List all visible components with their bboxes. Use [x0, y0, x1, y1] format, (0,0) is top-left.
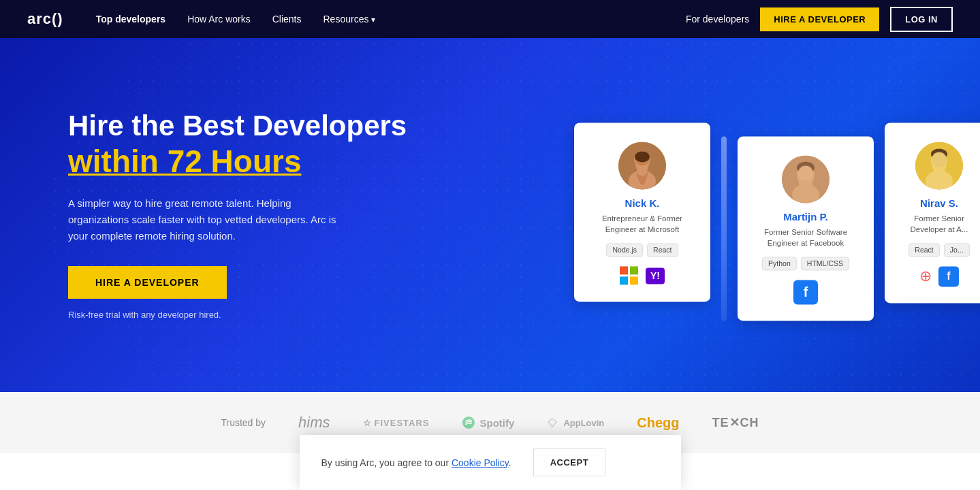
chevron-down-icon — [371, 14, 375, 24]
facebook-icon: f — [793, 280, 818, 305]
svg-point-4 — [635, 151, 650, 162]
dev-name-nick: Nick K. — [625, 197, 660, 209]
brand-hims: hims — [298, 414, 330, 431]
dev-tag: React — [908, 244, 939, 257]
hire-developer-button-nav[interactable]: HIRE A DEVELOPER — [760, 7, 879, 31]
dev-title-martijn: Former Senior Software Engineer at Faceb… — [754, 227, 857, 248]
brand-chegg: Chegg — [637, 415, 679, 431]
nav-right: For developers HIRE A DEVELOPER LOG IN — [686, 7, 953, 32]
developer-card-nick: Nick K. Entrepreneur & Former Engineer a… — [574, 122, 710, 301]
hire-developer-button-hero[interactable]: HIRE A DEVELOPER — [68, 266, 227, 299]
svg-point-9 — [798, 165, 813, 180]
dev-tags-nick: Node.js React — [606, 244, 678, 257]
nav-links: Top developers How Arc works Clients Res… — [96, 14, 686, 24]
airbnb-icon: ⊕ — [919, 268, 932, 286]
brand-spotify: Spotify — [462, 416, 515, 429]
hero-title-line2: within 72 Hours — [68, 144, 407, 179]
facebook-icon-sm: f — [938, 267, 959, 287]
avatar-nirav — [915, 142, 963, 189]
brand-fivestars: ☆ FIVESTARS — [363, 418, 430, 428]
yahoo-icon: Y! — [646, 268, 665, 284]
dev-tags-nirav: React Jo... — [908, 244, 969, 257]
developer-card-martijn: Martijn P. Former Senior Software Engine… — [738, 136, 874, 321]
accept-button[interactable]: ACCEPT — [533, 448, 605, 453]
star-icon: ☆ — [363, 418, 372, 428]
developer-cards: Nick K. Entrepreneur & Former Engineer a… — [574, 109, 980, 321]
hero-description: A simpler way to hire great remote talen… — [68, 195, 354, 244]
dev-name-martijn: Martijn P. — [783, 211, 828, 223]
navbar: arc() Top developers How Arc works Clien… — [0, 0, 980, 38]
dev-tag: HTML/CSS — [801, 257, 849, 271]
login-button[interactable]: LOG IN — [890, 7, 953, 32]
dev-tag: Python — [762, 257, 797, 271]
dev-tags-martijn: Python HTML/CSS — [762, 257, 849, 271]
logo[interactable]: arc() — [27, 10, 63, 28]
hero-section: Hire the Best Developers within 72 Hours… — [0, 38, 980, 392]
nav-link-how-arc-works[interactable]: How Arc works — [187, 14, 251, 24]
hero-content: Hire the Best Developers within 72 Hours… — [68, 110, 407, 320]
card-divider — [721, 136, 727, 321]
dev-companies-nick: Y! — [620, 267, 665, 286]
hero-risk-text: Risk-free trial with any developer hired… — [68, 310, 407, 320]
dev-title-nick: Entrepreneur & Former Engineer at Micros… — [590, 213, 694, 235]
dev-tag: React — [647, 244, 678, 257]
brand-teach: TE✕CH — [712, 415, 759, 430]
avatar-nick — [618, 142, 666, 189]
svg-point-14 — [932, 152, 947, 167]
microsoft-icon — [620, 267, 639, 286]
dev-companies-nirav: ⊕ f — [919, 267, 959, 287]
cookie-banner: By using Arc, you agree to our Cookie Po… — [300, 435, 681, 453]
brand-applovin: AppLovin — [547, 417, 604, 428]
nav-link-resources[interactable]: Resources — [323, 14, 376, 24]
dev-name-nirav: Nirav S. — [920, 197, 958, 209]
developer-card-nirav: Nirav S. Former Senior Developer at A...… — [885, 122, 980, 303]
hero-title-line1: Hire the Best Developers — [68, 110, 407, 142]
nav-for-developers[interactable]: For developers — [686, 14, 749, 24]
dev-title-nirav: Former Senior Developer at A... — [901, 213, 977, 235]
svg-point-15 — [462, 416, 475, 429]
trusted-label: Trusted by — [221, 417, 266, 428]
nav-link-top-developers[interactable]: Top developers — [96, 14, 165, 24]
nav-link-clients[interactable]: Clients — [272, 14, 302, 24]
avatar-martijn — [782, 155, 829, 203]
dev-tag: Jo... — [944, 244, 970, 257]
dev-companies-martijn: f — [793, 280, 818, 305]
dev-tag: Node.js — [606, 244, 643, 257]
